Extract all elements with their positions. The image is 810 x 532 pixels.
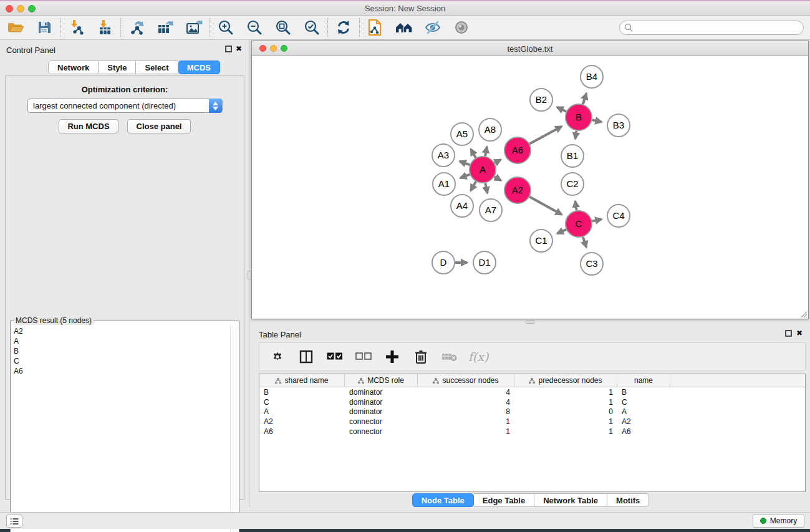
- graph-node-A8[interactable]: A8: [479, 118, 501, 141]
- graph-node-A2[interactable]: A2: [504, 177, 531, 203]
- network-overview-button[interactable]: [366, 18, 385, 37]
- cell-successor-nodes[interactable]: 4: [418, 388, 514, 397]
- column-layout-button[interactable]: [298, 349, 314, 365]
- graph-node-A5[interactable]: A5: [451, 123, 473, 145]
- table-row[interactable]: Cdominator41C: [259, 397, 805, 407]
- close-table-panel-icon[interactable]: ✖: [796, 329, 803, 337]
- cell-shared-name[interactable]: C: [259, 398, 345, 407]
- graph-node-A1[interactable]: A1: [433, 173, 455, 195]
- cell-successor-nodes[interactable]: 4: [418, 398, 514, 407]
- import-network-button[interactable]: [67, 18, 85, 37]
- cell-name[interactable]: A2: [617, 417, 670, 426]
- edge-C-C1[interactable]: [557, 230, 566, 233]
- graph-node-B2[interactable]: B2: [530, 89, 552, 111]
- search-input[interactable]: [619, 21, 804, 35]
- edge-C-C4[interactable]: [592, 220, 602, 221]
- graph-node-B[interactable]: B: [566, 104, 592, 130]
- graph-node-C1[interactable]: C1: [530, 230, 552, 252]
- cell-MCDS-role[interactable]: connector: [345, 417, 418, 426]
- destroy-table-button[interactable]: [441, 349, 458, 365]
- network-graph-canvas[interactable]: B4B2BB3B1A5A8A6A3AA1A2C2A4A7C4CC1C3DD1: [252, 56, 808, 319]
- zoom-fit-button[interactable]: [274, 18, 292, 37]
- edge-A-A2[interactable]: [494, 177, 501, 180]
- edge-A-A6[interactable]: [494, 160, 501, 163]
- cell-name[interactable]: A: [617, 407, 670, 416]
- table-row[interactable]: Adominator80A: [259, 407, 805, 417]
- close-panel-icon[interactable]: ✖: [236, 44, 242, 53]
- cell-MCDS-role[interactable]: dominator: [345, 398, 418, 407]
- cell-name[interactable]: B: [617, 388, 670, 397]
- cell-name[interactable]: C: [617, 398, 670, 407]
- edge-B-B3[interactable]: [592, 120, 602, 122]
- column-header-shared-name[interactable]: shared name: [259, 374, 345, 387]
- graph-node-A7[interactable]: A7: [480, 199, 502, 221]
- result-item[interactable]: C: [14, 356, 231, 366]
- save-session-button[interactable]: [35, 18, 54, 37]
- close-panel-button[interactable]: Close panel: [127, 119, 191, 133]
- result-item[interactable]: B: [14, 346, 231, 356]
- deselect-all-button[interactable]: [355, 349, 372, 365]
- cell-MCDS-role[interactable]: dominator: [345, 388, 418, 397]
- refresh-button[interactable]: [334, 18, 353, 37]
- tab-network-table[interactable]: Network Table: [534, 493, 607, 507]
- cell-shared-name[interactable]: A: [259, 407, 345, 416]
- edge-A2-C[interactable]: [529, 197, 562, 215]
- cell-successor-nodes[interactable]: 1: [418, 417, 514, 426]
- tab-style[interactable]: Style: [99, 60, 136, 74]
- column-header-successor-nodes[interactable]: successor nodes: [418, 374, 514, 387]
- edge-C-C2[interactable]: [575, 201, 576, 211]
- tab-edge-table[interactable]: Edge Table: [474, 493, 534, 507]
- export-table-button[interactable]: [156, 18, 175, 37]
- table-row[interactable]: A2connector11A2: [259, 417, 805, 427]
- cell-shared-name[interactable]: A6: [259, 427, 345, 436]
- edge-A6-B[interactable]: [529, 127, 561, 144]
- graph-node-D[interactable]: D: [432, 251, 455, 274]
- tab-mcds[interactable]: MCDS: [178, 60, 220, 74]
- graph-node-C4[interactable]: C4: [607, 205, 630, 227]
- float-panel-icon[interactable]: [225, 46, 232, 54]
- cell-predecessor-nodes[interactable]: 0: [514, 407, 617, 416]
- graph-node-A6[interactable]: A6: [504, 137, 531, 163]
- edge-A-A1[interactable]: [460, 175, 470, 178]
- graph-node-C3[interactable]: C3: [581, 253, 603, 275]
- run-mcds-button[interactable]: Run MCDS: [59, 119, 118, 133]
- result-list-scrollbar[interactable]: [230, 326, 238, 532]
- export-image-button[interactable]: [185, 18, 203, 37]
- edge-B-B2[interactable]: [557, 107, 566, 112]
- cell-MCDS-role[interactable]: connector: [345, 427, 418, 436]
- network-window-titlebar[interactable]: testGlobe.txt: [252, 41, 808, 56]
- edge-A-A8[interactable]: [485, 147, 487, 157]
- zoom-out-button[interactable]: [245, 18, 264, 37]
- graph-node-B1[interactable]: B1: [561, 145, 584, 167]
- graph-node-D1[interactable]: D1: [473, 251, 496, 274]
- delete-row-button[interactable]: [413, 349, 429, 365]
- result-item[interactable]: A6: [14, 366, 231, 376]
- zoom-in-button[interactable]: [216, 18, 235, 37]
- function-builder-button[interactable]: f(x): [470, 349, 486, 365]
- edge-A-A3[interactable]: [460, 162, 470, 165]
- hide-details-button[interactable]: [423, 18, 442, 37]
- edge-A-A4[interactable]: [471, 181, 476, 191]
- graph-node-C[interactable]: C: [566, 211, 592, 237]
- cell-predecessor-nodes[interactable]: 1: [514, 417, 617, 426]
- cell-MCDS-role[interactable]: dominator: [345, 407, 418, 416]
- cell-successor-nodes[interactable]: 8: [418, 407, 514, 416]
- graph-node-B3[interactable]: B3: [607, 114, 630, 137]
- edge-A-A5[interactable]: [471, 149, 476, 158]
- cell-predecessor-nodes[interactable]: 1: [514, 388, 617, 397]
- result-item[interactable]: A: [14, 336, 231, 346]
- optimization-criterion-select[interactable]: largest connected component (directed): [27, 99, 223, 113]
- task-history-button[interactable]: [6, 515, 22, 528]
- column-header-predecessor-nodes[interactable]: predecessor nodes: [514, 374, 617, 387]
- graph-node-A[interactable]: A: [470, 157, 496, 183]
- tab-network[interactable]: Network: [48, 60, 99, 74]
- import-table-button[interactable]: [95, 18, 114, 37]
- table-row[interactable]: Bdominator41B: [259, 387, 805, 397]
- graph-node-B4[interactable]: B4: [581, 65, 603, 88]
- add-row-button[interactable]: [384, 349, 400, 365]
- resize-grip-icon[interactable]: [799, 309, 808, 318]
- home-layout-button[interactable]: [395, 18, 413, 37]
- edge-B-B4[interactable]: [583, 94, 587, 104]
- edge-C-C3[interactable]: [583, 237, 586, 247]
- edge-B-B1[interactable]: [575, 131, 576, 139]
